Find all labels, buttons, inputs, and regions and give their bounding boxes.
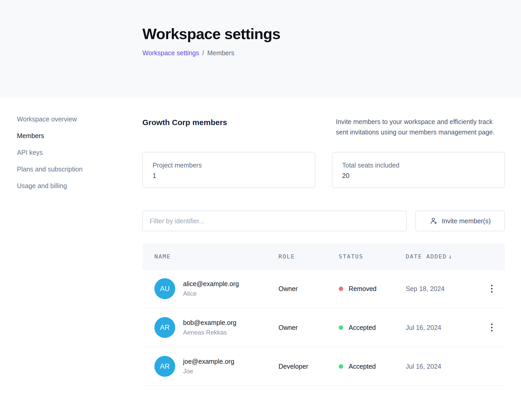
member-row: AR joe@example.org Joe Developer Accepte… [142,347,505,386]
invite-members-label: Invite member(s) [442,217,491,225]
member-identity-cell: AU alice@example.org Alice [154,278,278,299]
page-title: Workspace settings [142,25,521,42]
member-identity-cell: AR joe@example.org Joe [154,356,278,377]
member-row: AR bob@example.org Aeneas Rekkas Owner A… [142,308,505,347]
status-label: Accepted [349,324,376,331]
stat-label: Total seats included [342,162,504,169]
main-panel: Growth Corp members Invite members to yo… [142,98,505,386]
status-label: Accepted [349,363,376,370]
total-seats-card: Total seats included 20 [332,152,505,188]
member-role: Developer [278,363,339,370]
member-role: Owner [278,324,339,331]
column-header-status[interactable]: STATUS [339,253,406,260]
breadcrumb-link-workspace-settings[interactable]: Workspace settings [142,49,199,57]
member-identity-cell: AR bob@example.org Aeneas Rekkas [154,317,278,338]
status-dot-icon [339,325,343,330]
row-menu-button[interactable] [487,322,497,333]
sort-descending-icon: ↓ [448,253,452,260]
section-header: Growth Corp members Invite members to yo… [142,116,505,137]
members-table-header: NAME ROLE STATUS DATE ADDED↓ [142,244,505,269]
sidebar-item-usage-and-billing[interactable]: Usage and billing [17,183,142,189]
status-label: Removed [349,285,377,293]
avatar: AR [154,356,175,377]
stat-value: 20 [342,172,504,180]
members-table-body: AU alice@example.org Alice Owner Removed… [142,269,505,386]
stats-cards: Project members 1 Total seats included 2… [142,152,505,188]
sidebar-item-members[interactable]: Members [17,133,142,139]
members-section-title: Growth Corp members [142,116,227,137]
member-email: bob@example.org [183,319,237,326]
member-name: Alice [183,290,239,297]
member-row: AU alice@example.org Alice Owner Removed… [142,269,505,308]
member-date-added: Sep 18, 2024 [406,285,487,293]
filter-toolbar: Invite member(s) [142,211,505,231]
breadcrumb-separator: / [202,49,204,57]
member-date-added: Jul 16, 2024 [406,324,487,331]
member-date-added: Jul 16, 2024 [406,363,487,370]
column-header-date-added[interactable]: DATE ADDED↓ [406,253,487,260]
content-area: Workspace overviewMembersAPI keysPlans a… [0,98,521,386]
breadcrumb: Workspace settings / Members [142,49,521,57]
member-name: Joe [183,368,234,375]
invite-members-button[interactable]: Invite member(s) [415,211,505,231]
column-header-name[interactable]: NAME [154,253,278,260]
project-members-card: Project members 1 [142,152,315,188]
member-status: Accepted [339,324,406,331]
member-email: alice@example.org [183,280,239,288]
member-status: Removed [339,285,406,293]
avatar: AR [154,317,175,338]
member-role: Owner [278,285,339,293]
status-dot-icon [339,364,343,369]
avatar: AU [154,278,175,299]
settings-sidebar: Workspace overviewMembersAPI keysPlans a… [0,98,142,386]
sidebar-item-workspace-overview[interactable]: Workspace overview [17,116,142,122]
member-name: Aeneas Rekkas [183,329,237,336]
status-dot-icon [339,287,343,291]
column-header-role[interactable]: ROLE [278,253,339,260]
sidebar-item-api-keys[interactable]: API keys [17,149,142,156]
stat-value: 1 [153,172,315,180]
sidebar-item-plans-and-subscription[interactable]: Plans and subscription [17,166,142,172]
row-menu-button[interactable] [487,283,497,294]
members-table: NAME ROLE STATUS DATE ADDED↓ AU alice@ex… [142,244,505,386]
breadcrumb-current: Members [207,49,234,57]
page-header: Workspace settings Workspace settings / … [0,0,521,98]
member-status: Accepted [339,363,406,370]
stat-label: Project members [153,162,315,169]
filter-input[interactable] [142,211,407,231]
member-email: joe@example.org [183,358,234,365]
person-add-icon [429,217,438,225]
members-section-description: Invite members to your workspace and eff… [336,116,505,137]
